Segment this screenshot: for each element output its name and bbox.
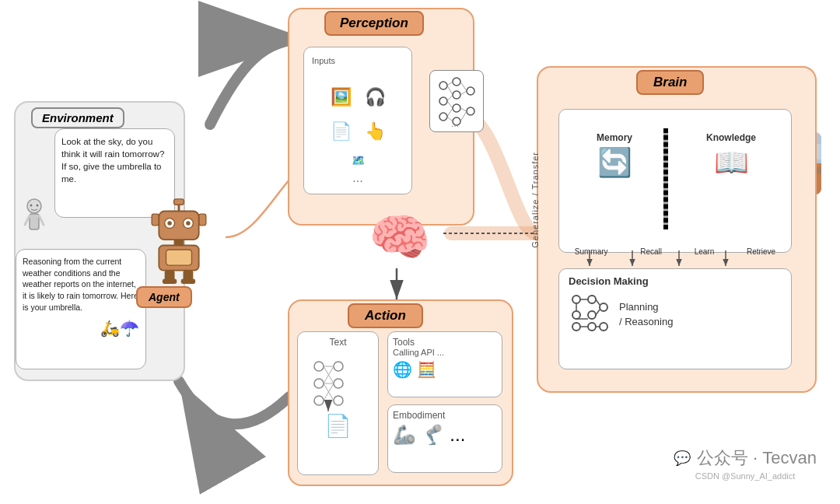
watermark-sub: CSDN @Sunny_AI_addict xyxy=(674,471,817,481)
memory-label: Memory xyxy=(568,132,661,143)
svg-point-56 xyxy=(334,362,343,371)
svg-line-49 xyxy=(460,91,467,95)
svg-point-69 xyxy=(588,296,596,303)
inputs-box: Inputs 🖼️ 🎧 📄 👆 🗺️ ... xyxy=(303,47,412,194)
document-icon: 📄 xyxy=(324,413,352,439)
svg-point-55 xyxy=(314,396,324,405)
storage-box: Storage xyxy=(558,109,792,253)
svg-point-25 xyxy=(186,221,190,226)
svg-line-45 xyxy=(447,101,453,108)
svg-point-12 xyxy=(30,205,33,207)
svg-line-50 xyxy=(460,108,467,111)
action-label: Action xyxy=(348,303,423,328)
svg-point-70 xyxy=(588,311,596,319)
svg-point-68 xyxy=(572,311,580,319)
storage-decision-arrows xyxy=(558,249,792,272)
svg-point-53 xyxy=(314,362,324,371)
text-sublabel: Text xyxy=(329,337,346,348)
svg-rect-18 xyxy=(174,199,184,205)
svg-point-71 xyxy=(600,303,607,311)
watermark-name: 💬 公众号 · Tecvan xyxy=(674,446,817,470)
image-icon: 🖼️ xyxy=(326,82,355,112)
memory-section: Memory 🔄 xyxy=(568,132,661,179)
tools-calling-api: Calling API ... xyxy=(393,348,497,357)
planning-text: Planning/ Reasoning xyxy=(619,300,673,328)
svg-line-75 xyxy=(596,310,600,315)
environment-label: Environment xyxy=(31,107,124,128)
decision-title: Decision Making xyxy=(569,275,782,287)
agent-label: Agent xyxy=(136,286,192,308)
svg-rect-30 xyxy=(184,271,194,281)
speech-top-text: Look at the sky, do you think it will ra… xyxy=(61,137,164,184)
svg-rect-32 xyxy=(181,279,195,284)
inputs-map-icon: 🗺️ xyxy=(352,154,365,166)
svg-point-54 xyxy=(314,379,324,388)
knowledge-icon: 📖 xyxy=(684,146,778,179)
svg-line-74 xyxy=(596,299,600,305)
svg-point-79 xyxy=(600,323,607,331)
inputs-label: Inputs xyxy=(312,56,335,65)
svg-line-51 xyxy=(460,111,467,121)
svg-line-44 xyxy=(447,95,453,101)
inputs-dots: ... xyxy=(352,171,362,185)
touch-icon: 👆 xyxy=(360,117,390,146)
svg-point-36 xyxy=(453,78,460,86)
storage-divider xyxy=(663,128,668,229)
svg-line-48 xyxy=(460,82,467,91)
diagram-container: Environment Look at the sky, do you thin… xyxy=(0,0,840,504)
svg-point-33 xyxy=(439,82,447,89)
svg-line-15 xyxy=(25,215,30,225)
svg-rect-14 xyxy=(30,214,39,229)
decision-flow-icon xyxy=(569,292,611,338)
svg-rect-28 xyxy=(166,250,192,265)
memory-icon: 🔄 xyxy=(568,146,661,179)
neural-network-box: ... xyxy=(429,70,484,132)
speech-bubble-bottom: Reasoning from the current weather condi… xyxy=(16,249,146,369)
tools-icons: 🌐 🧮 xyxy=(393,360,497,379)
text-subbox: Text 📄 xyxy=(297,331,379,475)
generalize-transfer-label: Generalize / Transfer xyxy=(530,152,540,248)
embodiment-icons: 🦾 🦿 ... xyxy=(393,424,497,446)
tools-sublabel: Tools xyxy=(393,337,497,348)
svg-point-35 xyxy=(439,113,447,121)
knowledge-section: Knowledge 📖 xyxy=(684,132,778,179)
svg-rect-29 xyxy=(165,271,175,281)
brain-label: Brain xyxy=(636,70,704,95)
svg-line-42 xyxy=(447,82,453,86)
svg-rect-19 xyxy=(152,214,159,226)
svg-point-24 xyxy=(167,221,172,226)
svg-rect-26 xyxy=(174,240,184,245)
svg-line-43 xyxy=(447,86,453,95)
robot xyxy=(140,198,218,284)
svg-line-46 xyxy=(447,108,453,117)
svg-rect-20 xyxy=(199,214,206,226)
svg-point-58 xyxy=(334,396,343,405)
svg-rect-31 xyxy=(163,279,177,284)
svg-point-78 xyxy=(588,323,596,331)
human-figure xyxy=(22,198,47,248)
svg-point-41 xyxy=(467,107,474,115)
decision-box: Decision Making xyxy=(558,268,792,369)
svg-text:...: ... xyxy=(451,118,459,128)
decision-content: Planning/ Reasoning xyxy=(569,292,782,338)
svg-point-11 xyxy=(27,199,41,213)
brain-center-icon: 🧠 xyxy=(361,206,439,268)
knowledge-label: Knowledge xyxy=(684,132,778,143)
svg-point-77 xyxy=(572,323,580,331)
svg-point-67 xyxy=(572,296,580,303)
txt-icon: 📄 xyxy=(326,117,355,146)
svg-point-40 xyxy=(467,87,474,95)
svg-point-38 xyxy=(453,104,460,112)
embodiment-sublabel: Embodiment xyxy=(393,410,497,421)
brain-emoji: 🧠 xyxy=(369,208,431,267)
headphone-icon: 🎧 xyxy=(360,82,390,112)
svg-point-57 xyxy=(334,379,343,388)
svg-point-37 xyxy=(453,91,460,99)
svg-point-34 xyxy=(439,97,447,105)
svg-line-16 xyxy=(39,215,44,225)
tools-subbox: Tools Calling API ... 🌐 🧮 xyxy=(387,331,502,397)
watermark: 💬 公众号 · Tecvan CSDN @Sunny_AI_addict xyxy=(674,446,817,481)
embodiment-subbox: Embodiment 🦾 🦿 ... xyxy=(387,404,502,473)
inputs-icons-grid: 🖼️ 🎧 📄 👆 xyxy=(326,82,390,146)
speech-bottom-text: Reasoning from the current weather condi… xyxy=(23,257,138,312)
